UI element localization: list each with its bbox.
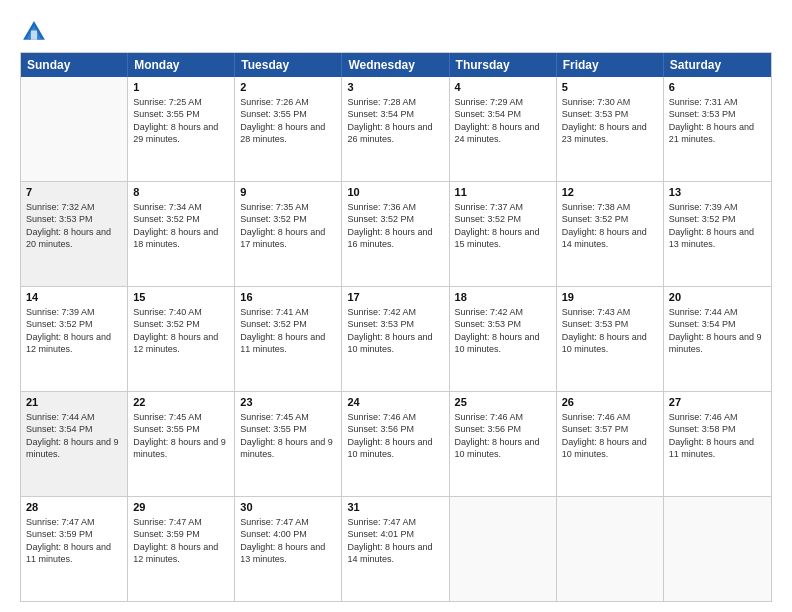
calendar-row: 7Sunrise: 7:32 AMSunset: 3:53 PMDaylight… xyxy=(21,181,771,286)
day-number: 1 xyxy=(133,80,229,95)
sunset-text: Sunset: 3:53 PM xyxy=(347,319,414,329)
sunrise-text: Sunrise: 7:43 AM xyxy=(562,307,631,317)
daylight-text: Daylight: 8 hours and 16 minutes. xyxy=(347,227,432,249)
day-number: 16 xyxy=(240,290,336,305)
day-number: 29 xyxy=(133,500,229,515)
daylight-text: Daylight: 8 hours and 12 minutes. xyxy=(133,542,218,564)
daylight-text: Daylight: 8 hours and 13 minutes. xyxy=(240,542,325,564)
sunset-text: Sunset: 4:00 PM xyxy=(240,529,307,539)
sunrise-text: Sunrise: 7:47 AM xyxy=(347,517,416,527)
calendar-header-day: Saturday xyxy=(664,53,771,77)
daylight-text: Daylight: 8 hours and 9 minutes. xyxy=(669,332,762,354)
daylight-text: Daylight: 8 hours and 10 minutes. xyxy=(347,332,432,354)
calendar-header-day: Friday xyxy=(557,53,664,77)
daylight-text: Daylight: 8 hours and 14 minutes. xyxy=(562,227,647,249)
daylight-text: Daylight: 8 hours and 11 minutes. xyxy=(240,332,325,354)
calendar-cell: 4Sunrise: 7:29 AMSunset: 3:54 PMDaylight… xyxy=(450,77,557,181)
calendar-cell: 19Sunrise: 7:43 AMSunset: 3:53 PMDayligh… xyxy=(557,287,664,391)
daylight-text: Daylight: 8 hours and 12 minutes. xyxy=(26,332,111,354)
calendar-cell xyxy=(21,77,128,181)
calendar-cell xyxy=(664,497,771,601)
sunrise-text: Sunrise: 7:46 AM xyxy=(669,412,738,422)
daylight-text: Daylight: 8 hours and 26 minutes. xyxy=(347,122,432,144)
sunset-text: Sunset: 3:52 PM xyxy=(669,214,736,224)
sunset-text: Sunset: 3:53 PM xyxy=(562,109,629,119)
sunrise-text: Sunrise: 7:47 AM xyxy=(26,517,95,527)
sunrise-text: Sunrise: 7:25 AM xyxy=(133,97,202,107)
calendar-header-day: Wednesday xyxy=(342,53,449,77)
calendar-cell: 12Sunrise: 7:38 AMSunset: 3:52 PMDayligh… xyxy=(557,182,664,286)
day-number: 15 xyxy=(133,290,229,305)
daylight-text: Daylight: 8 hours and 14 minutes. xyxy=(347,542,432,564)
sunset-text: Sunset: 3:53 PM xyxy=(669,109,736,119)
sunrise-text: Sunrise: 7:42 AM xyxy=(347,307,416,317)
sunset-text: Sunset: 3:52 PM xyxy=(562,214,629,224)
calendar-body: 1Sunrise: 7:25 AMSunset: 3:55 PMDaylight… xyxy=(21,77,771,601)
daylight-text: Daylight: 8 hours and 24 minutes. xyxy=(455,122,540,144)
day-number: 31 xyxy=(347,500,443,515)
calendar-cell: 11Sunrise: 7:37 AMSunset: 3:52 PMDayligh… xyxy=(450,182,557,286)
sunset-text: Sunset: 3:52 PM xyxy=(240,319,307,329)
sunset-text: Sunset: 3:53 PM xyxy=(455,319,522,329)
sunset-text: Sunset: 3:55 PM xyxy=(240,109,307,119)
day-number: 8 xyxy=(133,185,229,200)
calendar-header-day: Sunday xyxy=(21,53,128,77)
sunrise-text: Sunrise: 7:44 AM xyxy=(669,307,738,317)
calendar-cell: 28Sunrise: 7:47 AMSunset: 3:59 PMDayligh… xyxy=(21,497,128,601)
daylight-text: Daylight: 8 hours and 18 minutes. xyxy=(133,227,218,249)
day-number: 7 xyxy=(26,185,122,200)
sunset-text: Sunset: 3:54 PM xyxy=(669,319,736,329)
sunrise-text: Sunrise: 7:39 AM xyxy=(26,307,95,317)
sunrise-text: Sunrise: 7:44 AM xyxy=(26,412,95,422)
calendar-cell: 17Sunrise: 7:42 AMSunset: 3:53 PMDayligh… xyxy=(342,287,449,391)
sunset-text: Sunset: 4:01 PM xyxy=(347,529,414,539)
calendar-cell: 3Sunrise: 7:28 AMSunset: 3:54 PMDaylight… xyxy=(342,77,449,181)
calendar-cell xyxy=(557,497,664,601)
daylight-text: Daylight: 8 hours and 28 minutes. xyxy=(240,122,325,144)
sunrise-text: Sunrise: 7:28 AM xyxy=(347,97,416,107)
calendar-cell: 13Sunrise: 7:39 AMSunset: 3:52 PMDayligh… xyxy=(664,182,771,286)
day-number: 26 xyxy=(562,395,658,410)
day-number: 30 xyxy=(240,500,336,515)
calendar-cell: 6Sunrise: 7:31 AMSunset: 3:53 PMDaylight… xyxy=(664,77,771,181)
calendar-header-day: Monday xyxy=(128,53,235,77)
daylight-text: Daylight: 8 hours and 15 minutes. xyxy=(455,227,540,249)
calendar-row: 21Sunrise: 7:44 AMSunset: 3:54 PMDayligh… xyxy=(21,391,771,496)
sunset-text: Sunset: 3:55 PM xyxy=(240,424,307,434)
day-number: 9 xyxy=(240,185,336,200)
day-number: 14 xyxy=(26,290,122,305)
calendar-cell: 26Sunrise: 7:46 AMSunset: 3:57 PMDayligh… xyxy=(557,392,664,496)
sunset-text: Sunset: 3:52 PM xyxy=(133,214,200,224)
calendar-cell: 5Sunrise: 7:30 AMSunset: 3:53 PMDaylight… xyxy=(557,77,664,181)
daylight-text: Daylight: 8 hours and 10 minutes. xyxy=(347,437,432,459)
sunset-text: Sunset: 3:54 PM xyxy=(347,109,414,119)
sunrise-text: Sunrise: 7:26 AM xyxy=(240,97,309,107)
calendar-header-day: Tuesday xyxy=(235,53,342,77)
sunset-text: Sunset: 3:53 PM xyxy=(562,319,629,329)
sunset-text: Sunset: 3:53 PM xyxy=(26,214,93,224)
sunset-text: Sunset: 3:59 PM xyxy=(26,529,93,539)
calendar-header-day: Thursday xyxy=(450,53,557,77)
calendar-row: 1Sunrise: 7:25 AMSunset: 3:55 PMDaylight… xyxy=(21,77,771,181)
day-number: 20 xyxy=(669,290,766,305)
calendar-cell: 24Sunrise: 7:46 AMSunset: 3:56 PMDayligh… xyxy=(342,392,449,496)
calendar-row: 28Sunrise: 7:47 AMSunset: 3:59 PMDayligh… xyxy=(21,496,771,601)
sunset-text: Sunset: 3:52 PM xyxy=(26,319,93,329)
sunset-text: Sunset: 3:52 PM xyxy=(240,214,307,224)
sunset-text: Sunset: 3:58 PM xyxy=(669,424,736,434)
day-number: 23 xyxy=(240,395,336,410)
svg-rect-2 xyxy=(31,30,37,39)
sunset-text: Sunset: 3:59 PM xyxy=(133,529,200,539)
day-number: 3 xyxy=(347,80,443,95)
calendar-cell: 23Sunrise: 7:45 AMSunset: 3:55 PMDayligh… xyxy=(235,392,342,496)
calendar-cell: 16Sunrise: 7:41 AMSunset: 3:52 PMDayligh… xyxy=(235,287,342,391)
sunset-text: Sunset: 3:52 PM xyxy=(347,214,414,224)
sunset-text: Sunset: 3:52 PM xyxy=(133,319,200,329)
daylight-text: Daylight: 8 hours and 9 minutes. xyxy=(240,437,333,459)
daylight-text: Daylight: 8 hours and 13 minutes. xyxy=(669,227,754,249)
daylight-text: Daylight: 8 hours and 10 minutes. xyxy=(562,437,647,459)
day-number: 4 xyxy=(455,80,551,95)
day-number: 11 xyxy=(455,185,551,200)
calendar-cell: 30Sunrise: 7:47 AMSunset: 4:00 PMDayligh… xyxy=(235,497,342,601)
daylight-text: Daylight: 8 hours and 10 minutes. xyxy=(455,332,540,354)
